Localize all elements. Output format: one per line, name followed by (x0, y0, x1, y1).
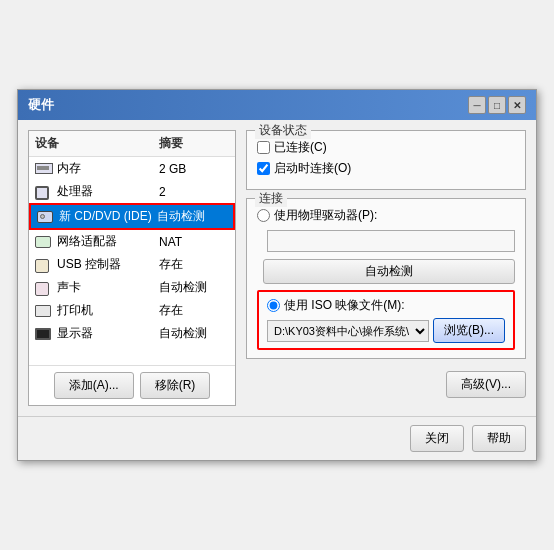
device-item[interactable]: 网络适配器 NAT (29, 230, 235, 253)
usb-icon (35, 259, 53, 271)
auto-detect-button[interactable]: 自动检测 (263, 259, 515, 284)
device-name: 声卡 (57, 279, 159, 296)
device-summary: 自动检测 (159, 279, 229, 296)
device-summary: NAT (159, 235, 229, 249)
connected-row: 已连接(C) (257, 139, 515, 156)
col-device-header: 设备 (35, 135, 159, 152)
close-dialog-button[interactable]: 关闭 (410, 425, 464, 452)
auto-connect-row: 启动时连接(O) (257, 160, 515, 177)
iso-radio-row: 使用 ISO 映像文件(M): (267, 297, 505, 314)
list-header: 设备 摘要 (29, 131, 235, 157)
remove-device-button[interactable]: 移除(R) (140, 372, 211, 399)
device-item[interactable]: USB 控制器 存在 (29, 253, 235, 276)
memory-icon (35, 163, 53, 175)
add-device-button[interactable]: 添加(A)... (54, 372, 134, 399)
device-list: 内存 2 GB 处理器 2 新 CD/DVD (IDE) 自动检测 网络适配器 … (29, 157, 235, 365)
hardware-dialog: 硬件 ─ □ ✕ 设备 摘要 内存 2 GB 处理器 2 新 CD/DVD (I… (17, 89, 537, 461)
sound-icon (35, 282, 53, 294)
device-settings-panel: 设备状态 已连接(C) 启动时连接(O) 连接 使用物理驱动器(P): (246, 130, 526, 406)
device-item[interactable]: 内存 2 GB (29, 157, 235, 180)
cdrom-icon (37, 211, 55, 223)
device-summary: 2 (159, 185, 229, 199)
printer-icon (35, 305, 53, 317)
physical-indent: 自动检测 (263, 230, 515, 284)
device-status-section: 设备状态 已连接(C) 启动时连接(O) (246, 130, 526, 190)
device-status-title: 设备状态 (255, 122, 311, 139)
advanced-button[interactable]: 高级(V)... (446, 371, 526, 398)
connected-label: 已连接(C) (274, 139, 327, 156)
connection-radio-group: 使用物理驱动器(P): 自动检测 使用 ISO 映像文件(M): (257, 207, 515, 350)
device-name: 新 CD/DVD (IDE) (59, 208, 157, 225)
device-item[interactable]: 处理器 2 (29, 180, 235, 203)
minimize-button[interactable]: ─ (468, 96, 486, 114)
device-name: 处理器 (57, 183, 159, 200)
iso-path-select[interactable]: D:\KY03资料中心\操作系统\ (267, 320, 429, 342)
device-item[interactable]: 声卡 自动检测 (29, 276, 235, 299)
network-icon (35, 236, 53, 248)
auto-connect-label: 启动时连接(O) (274, 160, 351, 177)
help-button[interactable]: 帮助 (472, 425, 526, 452)
device-name: 内存 (57, 160, 159, 177)
title-buttons: ─ □ ✕ (468, 96, 526, 114)
physical-drive-label: 使用物理驱动器(P): (274, 207, 377, 224)
physical-drive-row: 使用物理驱动器(P): (257, 207, 515, 224)
maximize-button[interactable]: □ (488, 96, 506, 114)
connection-title: 连接 (255, 190, 287, 207)
physical-input-row (267, 230, 515, 252)
physical-drive-input[interactable] (267, 230, 515, 252)
device-name: 网络适配器 (57, 233, 159, 250)
iso-radio-label: 使用 ISO 映像文件(M): (284, 297, 405, 314)
device-list-buttons: 添加(A)... 移除(R) (29, 365, 235, 405)
device-list-panel: 设备 摘要 内存 2 GB 处理器 2 新 CD/DVD (IDE) 自动检测 … (28, 130, 236, 406)
device-name: 显示器 (57, 325, 159, 342)
device-summary: 自动检测 (159, 325, 229, 342)
monitor-icon (35, 328, 53, 340)
device-summary: 存在 (159, 256, 229, 273)
browse-button[interactable]: 浏览(B)... (433, 318, 505, 343)
bottom-bar: 关闭 帮助 (18, 416, 536, 460)
device-summary: 2 GB (159, 162, 229, 176)
connection-section: 连接 使用物理驱动器(P): 自动检测 (246, 198, 526, 359)
device-summary: 存在 (159, 302, 229, 319)
auto-connect-checkbox[interactable] (257, 162, 270, 175)
device-item[interactable]: 显示器 自动检测 (29, 322, 235, 345)
connected-checkbox[interactable] (257, 141, 270, 154)
iso-path-row: D:\KY03资料中心\操作系统\ 浏览(B)... (267, 318, 505, 343)
iso-radio[interactable] (267, 299, 280, 312)
dialog-title: 硬件 (28, 96, 54, 114)
physical-drive-radio[interactable] (257, 209, 270, 222)
iso-section: 使用 ISO 映像文件(M): D:\KY03资料中心\操作系统\ 浏览(B).… (257, 290, 515, 350)
close-button[interactable]: ✕ (508, 96, 526, 114)
col-summary-header: 摘要 (159, 135, 229, 152)
device-item[interactable]: 新 CD/DVD (IDE) 自动检测 (29, 203, 235, 230)
device-item[interactable]: 打印机 存在 (29, 299, 235, 322)
cpu-icon (35, 186, 53, 198)
device-summary: 自动检测 (157, 208, 227, 225)
device-name: USB 控制器 (57, 256, 159, 273)
title-bar: 硬件 ─ □ ✕ (18, 90, 536, 120)
device-name: 打印机 (57, 302, 159, 319)
dialog-body: 设备 摘要 内存 2 GB 处理器 2 新 CD/DVD (IDE) 自动检测 … (18, 120, 536, 416)
advanced-row: 高级(V)... (246, 371, 526, 398)
